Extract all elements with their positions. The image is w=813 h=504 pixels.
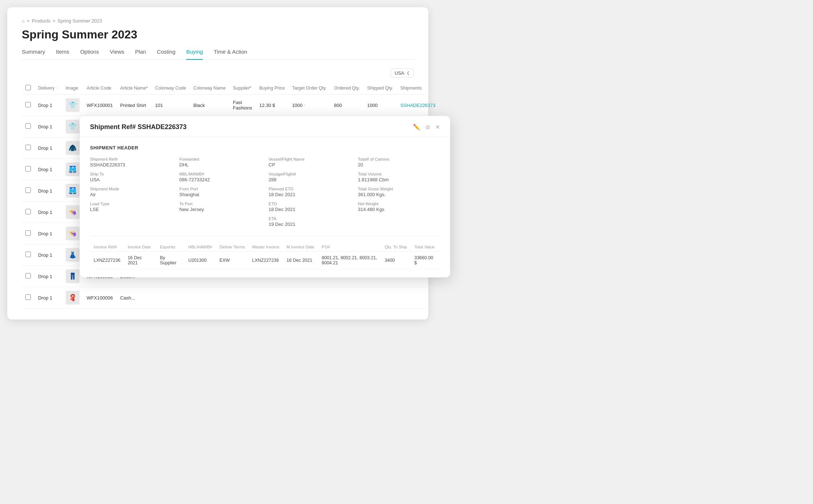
row-checkbox[interactable] bbox=[25, 123, 31, 129]
article-name-cell: Printed Shirt bbox=[117, 95, 151, 116]
label-eta: ETA bbox=[269, 216, 351, 221]
label-from-port: From Port bbox=[179, 187, 261, 191]
tab-plan[interactable]: Plan bbox=[135, 49, 146, 60]
colorway-name-cell bbox=[190, 287, 229, 309]
shipments-cell bbox=[397, 287, 439, 309]
image-cell: 🧣 bbox=[62, 287, 83, 309]
row-checkbox[interactable] bbox=[25, 252, 31, 257]
ordered-qty-cell bbox=[330, 287, 363, 309]
label-ship-to: Ship To bbox=[90, 172, 172, 176]
value-forwarded: DHL bbox=[179, 162, 261, 168]
tab-bar: Summary Items Options Views Plan Costing… bbox=[22, 49, 414, 60]
edit-icon[interactable]: ✏️ bbox=[413, 124, 420, 131]
field-eta: ETA 19 Dec 2021 bbox=[269, 216, 351, 227]
col-total-value: Total Value bbox=[410, 243, 440, 252]
breadcrumb: ⌂ > Products > Spring Summer 2023 bbox=[22, 18, 414, 24]
delivery-cell: Drop 1 bbox=[34, 266, 62, 287]
region-badge[interactable]: USA ❮ bbox=[391, 69, 414, 78]
row-checkbox[interactable] bbox=[25, 294, 31, 300]
row-checkbox[interactable] bbox=[25, 230, 31, 236]
delivery-cell: Drop 1 bbox=[34, 244, 62, 266]
modal-actions: ✏️ ⊘ ✕ bbox=[413, 124, 440, 131]
col-supplier[interactable]: Supplier* bbox=[229, 82, 256, 95]
qty-expand-icon[interactable]: › bbox=[304, 103, 306, 107]
colorway-name-cell: Black bbox=[190, 95, 229, 116]
col-m-invoice-date: M Invoice Date bbox=[283, 243, 318, 252]
delivery-cell: Drop 1 bbox=[34, 202, 62, 223]
value-gross-weight: 361.000 Kgs. bbox=[358, 192, 440, 197]
master-invoice-value: LXNZ227236 bbox=[249, 252, 283, 269]
col-po: PO# bbox=[318, 243, 381, 252]
row-checkbox[interactable] bbox=[25, 145, 31, 150]
shipment-link[interactable]: SSHADE226373 bbox=[400, 103, 436, 108]
tab-buying[interactable]: Buying bbox=[186, 49, 203, 60]
field-group-col3: Vessel/Flight Name CP Voyage/Flight# 288… bbox=[269, 157, 351, 227]
label-gross-weight: Total Gross Weight bbox=[358, 187, 440, 191]
home-icon[interactable]: ⌂ bbox=[22, 18, 25, 24]
col-deliver-terms: Deliver Terms bbox=[216, 243, 249, 252]
supplier-cell: Fast Fashions bbox=[229, 95, 256, 116]
buying-price-cell bbox=[256, 287, 288, 309]
field-shipment-ref: Shipment Ref# SSHADE226373 bbox=[90, 157, 172, 168]
row-checkbox[interactable] bbox=[25, 102, 31, 107]
label-net-weight: Net Weight bbox=[358, 202, 440, 206]
block-icon[interactable]: ⊘ bbox=[425, 124, 430, 131]
article-code-cell: WFX100006 bbox=[83, 287, 117, 309]
shipment-fields: Shipment Ref# SSHADE226373 Ship To USA S… bbox=[90, 157, 440, 227]
hbl-value: U201300 bbox=[185, 252, 216, 269]
row-checkbox[interactable] bbox=[25, 273, 31, 278]
col-article-code[interactable]: Article Code bbox=[83, 82, 117, 95]
tab-time-action[interactable]: Time & Action bbox=[214, 49, 247, 60]
shipments-cell[interactable]: SSHADE226373 bbox=[397, 95, 439, 116]
label-total-cartons: Total# of Cartons bbox=[358, 157, 440, 161]
shipped-qty-cell: 1000 bbox=[364, 95, 397, 116]
col-colorway-name[interactable]: Colorway Name bbox=[190, 82, 229, 95]
tab-options[interactable]: Options bbox=[80, 49, 99, 60]
value-net-weight: 314.480 Kgs bbox=[358, 207, 440, 212]
m-invoice-date-value: 16 Dec 2021 bbox=[283, 252, 318, 269]
field-group-col4: Total# of Cartons 20 Total Volume 1.8119… bbox=[358, 157, 440, 227]
col-buying-price[interactable]: Buying Price bbox=[256, 82, 288, 95]
value-shipment-ref: SSHADE226373 bbox=[90, 162, 172, 168]
label-shipment-mode: Shipment Mode bbox=[90, 187, 172, 191]
row-checkbox[interactable] bbox=[25, 166, 31, 172]
breadcrumb-products[interactable]: Products bbox=[32, 18, 50, 24]
col-article-name[interactable]: Article Name* bbox=[117, 82, 151, 95]
col-delivery[interactable]: Delivery ↑ bbox=[34, 82, 62, 95]
label-shipment-ref: Shipment Ref# bbox=[90, 157, 172, 161]
row-checkbox[interactable] bbox=[25, 187, 31, 193]
select-all-checkbox[interactable] bbox=[25, 85, 31, 90]
tab-summary[interactable]: Summary bbox=[22, 49, 45, 60]
field-gross-weight: Total Gross Weight 361.000 Kgs. bbox=[358, 187, 440, 197]
tab-costing[interactable]: Costing bbox=[157, 49, 175, 60]
tab-items[interactable]: Items bbox=[56, 49, 69, 60]
separator1: > bbox=[27, 18, 30, 24]
separator2: > bbox=[53, 18, 56, 24]
po-value: 8001.21, 8002.21, 8003.21, 8004.21 bbox=[318, 252, 381, 269]
breadcrumb-current: Spring Summer 2023 bbox=[57, 18, 102, 24]
col-image: Image bbox=[62, 82, 83, 95]
close-icon[interactable]: ✕ bbox=[435, 124, 440, 131]
deliver-terms-value: EXW bbox=[216, 252, 249, 269]
value-eta: 19 Dec 2021 bbox=[269, 222, 351, 227]
value-total-volume: 1.811988 Cbm bbox=[358, 177, 440, 182]
invoice-row: LXNZ227236 16 Dec 2021 By Supplier U2013… bbox=[90, 252, 440, 269]
tab-views[interactable]: Views bbox=[110, 49, 124, 60]
qty-to-ship-value: 3400 bbox=[381, 252, 411, 269]
col-ordered-qty[interactable]: Ordered Qty. bbox=[330, 82, 363, 95]
label-etd: ETD bbox=[269, 202, 351, 206]
modal-title: Shipment Ref# SSHADE226373 bbox=[90, 123, 187, 131]
field-group-col2: Forwarded DHL MBL/MAWB# 086-72733242 Fro… bbox=[179, 157, 261, 227]
col-colorway-code[interactable]: Colorway Code bbox=[151, 82, 189, 95]
value-planned-etd: 18 Dec 2021 bbox=[269, 192, 351, 197]
col-target-order-qty[interactable]: Target Order Qty. bbox=[289, 82, 331, 95]
row-checkbox[interactable] bbox=[25, 209, 31, 214]
col-invoice-ref: Inovice Ref# bbox=[90, 243, 124, 252]
col-invoice-date: Inovice Date bbox=[124, 243, 156, 252]
delivery-cell: Drop 1 bbox=[34, 223, 62, 244]
col-shipped-qty[interactable]: Shipped Qty. bbox=[364, 82, 397, 95]
label-total-volume: Total Volume bbox=[358, 172, 440, 176]
field-etd: ETD 18 Dec 2021 bbox=[269, 202, 351, 212]
field-to-port: To Port New Jersey bbox=[179, 202, 261, 212]
col-shipments[interactable]: Shipments bbox=[397, 82, 439, 95]
